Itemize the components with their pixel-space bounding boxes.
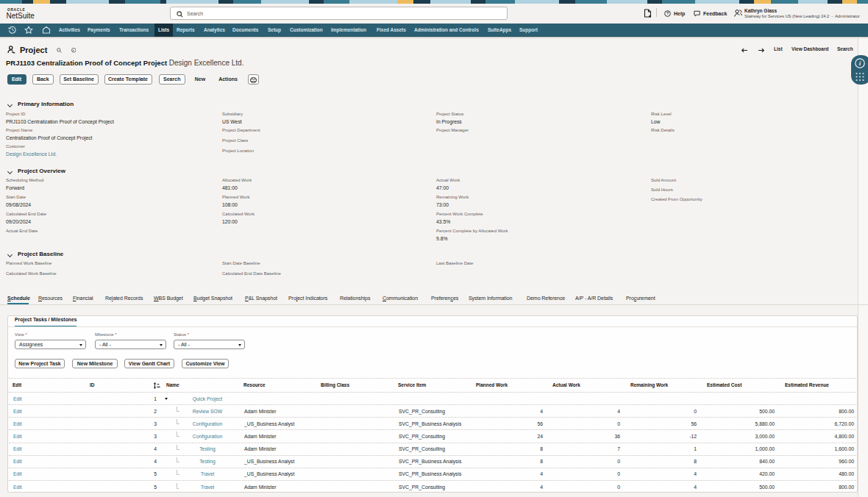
svg-text:i: i [859, 60, 861, 67]
svg-text:?: ? [666, 11, 669, 15]
